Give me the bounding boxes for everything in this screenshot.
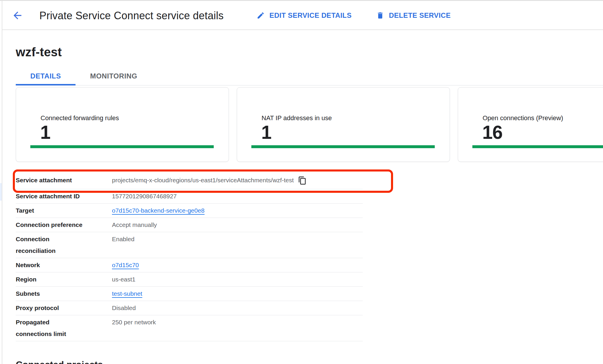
scorecard-label: Open connections (Preview) xyxy=(483,114,603,122)
detail-value-cell: Accept manually xyxy=(112,219,363,231)
detail-row-propagated-connections-limit: Propagated connections limit250 per netw… xyxy=(16,315,363,341)
detail-value: projects/emq-x-cloud/regions/us-east1/se… xyxy=(112,174,294,186)
detail-row-subnets: Subnetstest-subnet xyxy=(16,287,363,301)
page-title: wzf-test xyxy=(16,45,603,59)
detail-label: Network xyxy=(16,259,112,271)
detail-value-cell: projects/emq-x-cloud/regions/us-east1/se… xyxy=(112,174,363,186)
scorecard-value: 16 xyxy=(482,123,603,142)
header-title: Private Service Connect service details xyxy=(39,10,224,22)
detail-row-network: Networko7d15c70 xyxy=(16,258,363,272)
edit-service-details-button[interactable]: EDIT SERVICE DETAILS xyxy=(257,11,352,20)
detail-row-target: Targeto7d15c70-backend-service-ge0e8 xyxy=(16,204,363,218)
delete-service-button[interactable]: DELETE SERVICE xyxy=(376,11,451,20)
details-table: Service attachmentprojects/emq-x-cloud/r… xyxy=(16,171,363,341)
tab-monitoring[interactable]: MONITORING xyxy=(76,67,152,85)
pencil-icon xyxy=(257,11,265,20)
detail-row-connection-preference: Connection preferenceAccept manually xyxy=(16,218,363,232)
main-content: wzf-test DETAILSMONITORING Connected for… xyxy=(2,31,603,364)
detail-value: Disabled xyxy=(112,302,136,314)
scorecard-label: NAT IP addresses in use xyxy=(262,114,450,122)
tab-bar: DETAILSMONITORING xyxy=(16,67,603,85)
scorecard-label: Connected forwarding rules xyxy=(41,114,229,122)
tab-label: DETAILS xyxy=(30,72,61,80)
scorecard-bar xyxy=(251,145,435,148)
o7d15c70-backend-service-ge0e8-link[interactable]: o7d15c70-backend-service-ge0e8 xyxy=(112,205,205,216)
detail-value-cell: Disabled xyxy=(112,302,363,314)
detail-row-connection-reconciliation: Connection reconciliationEnabled xyxy=(16,232,363,258)
detail-label: Service attachment xyxy=(16,174,112,186)
detail-row-service-attachment-id: Service attachment ID1577201290867468927 xyxy=(16,189,363,204)
detail-label: Service attachment ID xyxy=(16,190,112,202)
o7d15c70-link[interactable]: o7d15c70 xyxy=(112,259,139,271)
detail-row-service-attachment: Service attachmentprojects/emq-x-cloud/r… xyxy=(16,172,363,189)
trash-icon xyxy=(376,11,384,20)
scorecard-connected-forwarding-rules: Connected forwarding rules1 xyxy=(16,87,229,162)
detail-value: 1577201290867468927 xyxy=(112,190,177,202)
tab-details[interactable]: DETAILS xyxy=(16,67,76,85)
detail-label: Region xyxy=(16,274,112,285)
scorecard-open-connections-preview: Open connections (Preview)16 xyxy=(458,87,603,162)
scorecard-nat-ip-addresses-in-use: NAT IP addresses in use1 xyxy=(237,87,450,162)
detail-value: Accept manually xyxy=(112,219,157,231)
detail-value: Enabled xyxy=(112,233,134,245)
detail-label: Subnets xyxy=(16,288,112,300)
detail-label: Connection preference xyxy=(16,219,112,231)
detail-value-cell: o7d15c70-backend-service-ge0e8 xyxy=(112,205,363,216)
detail-value-cell: 250 per network xyxy=(112,316,363,340)
header-actions: EDIT SERVICE DETAILSDELETE SERVICE xyxy=(257,1,451,30)
window-top-border xyxy=(0,0,603,1)
page-header: Private Service Connect service details … xyxy=(2,1,603,30)
action-label: EDIT SERVICE DETAILS xyxy=(269,11,352,20)
detail-value-cell: 1577201290867468927 xyxy=(112,190,363,202)
detail-row-proxy-protocol: Proxy protocolDisabled xyxy=(16,301,363,315)
test-subnet-link[interactable]: test-subnet xyxy=(112,288,142,300)
left-panel-divider xyxy=(2,0,2,364)
copy-button[interactable] xyxy=(298,176,307,185)
connected-projects-heading: Connected projects xyxy=(16,359,103,364)
detail-value-cell: Enabled xyxy=(112,233,363,257)
detail-value-cell: us-east1 xyxy=(112,274,363,285)
scorecard-value: 1 xyxy=(40,123,229,142)
scorecard-bar xyxy=(472,145,603,148)
action-label: DELETE SERVICE xyxy=(389,11,451,20)
scorecard-value: 1 xyxy=(261,123,450,142)
back-arrow-icon xyxy=(12,10,23,21)
detail-value: 250 per network xyxy=(112,316,156,328)
detail-label: Propagated connections limit xyxy=(16,316,112,340)
tab-label: MONITORING xyxy=(90,72,137,80)
scorecard-bar xyxy=(30,145,214,148)
detail-value-cell: test-subnet xyxy=(112,288,363,300)
detail-value: us-east1 xyxy=(112,274,136,285)
back-button[interactable] xyxy=(11,9,24,22)
copy-icon xyxy=(298,176,307,185)
detail-label: Target xyxy=(16,205,112,216)
detail-label: Connection reconciliation xyxy=(16,233,112,257)
detail-label: Proxy protocol xyxy=(16,302,112,314)
scorecard-row: Connected forwarding rules1NAT IP addres… xyxy=(16,87,603,162)
detail-row-region: Regionus-east1 xyxy=(16,272,363,287)
detail-value-cell: o7d15c70 xyxy=(112,259,363,271)
